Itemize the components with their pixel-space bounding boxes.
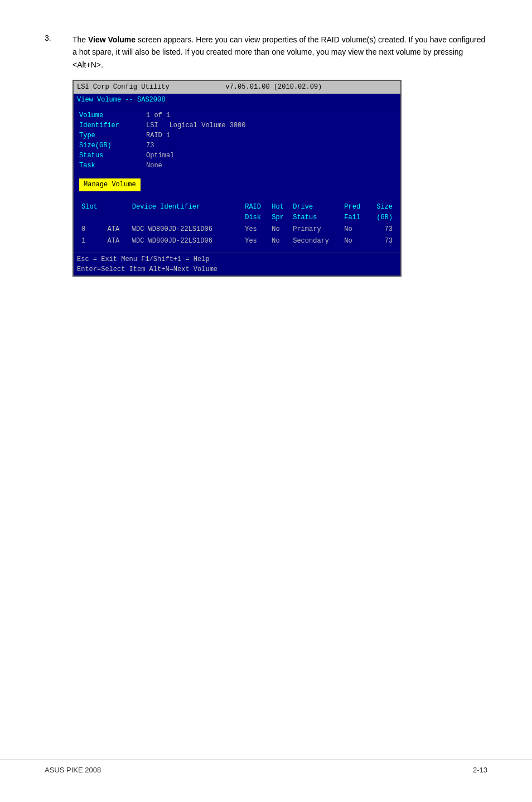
identifier-value: LSI	[146, 120, 158, 131]
task-value: None	[146, 161, 162, 171]
step-text: The View Volume screen appears. Here you…	[72, 33, 487, 277]
volume-value: 1 of 1	[146, 110, 170, 120]
terminal-body: Volume 1 of 1 Identifier LSI Logical Vol…	[74, 107, 400, 251]
type-row: Type RAID 1	[79, 131, 395, 141]
step-text-before-bold: The	[72, 35, 88, 44]
col-header-raid: RAIDDisk	[243, 201, 269, 224]
terminal-title: LSI Corp Config Utility	[77, 83, 170, 91]
step-number: 3.	[45, 33, 61, 277]
volume-row: Volume 1 of 1	[79, 110, 395, 120]
row0-size: 73	[369, 224, 395, 235]
volume-label: Volume	[79, 110, 146, 120]
terminal-screen: LSI Corp Config Utility v7.05.01.00 (201…	[72, 80, 402, 277]
row1-drive: Secondary	[291, 235, 342, 247]
row1-device: WDC WD800JD-22LS1D06	[130, 235, 243, 247]
status-value: Optimal	[146, 151, 174, 161]
row1-size: 73	[369, 235, 395, 247]
disk-table: Slot Device Identifier RAIDDisk HotSpr D…	[79, 201, 395, 248]
terminal-header: LSI Corp Config Utility v7.05.01.00 (201…	[74, 81, 400, 94]
terminal-footer: Esc = Exit Menu F1/Shift+1 = Help Enter=…	[74, 253, 400, 276]
status-row: Status Optimal	[79, 151, 395, 161]
identifier-extra: Logical Volume 3000	[170, 120, 246, 131]
row1-type: ATA	[105, 235, 130, 247]
terminal-version: v7.05.01.00 (2010.02.09)	[225, 83, 322, 91]
terminal-footer-line2: Enter=Select Item Alt+N=Next Volume	[77, 264, 397, 274]
row1-slot: 1	[79, 235, 105, 247]
page-footer: ASUS PIKE 2008 2-13	[0, 760, 532, 780]
row0-type: ATA	[105, 224, 130, 235]
row0-device: WDC WD800JD-22LS1D06	[130, 224, 243, 235]
col-header-size: Size(GB)	[369, 201, 395, 224]
col-header-pred: PredFail	[342, 201, 369, 224]
step-bold-text: View Volume	[88, 35, 136, 44]
footer-left: ASUS PIKE 2008	[45, 766, 101, 774]
task-label: Task	[79, 161, 146, 171]
row0-slot: 0	[79, 224, 105, 235]
row1-hot: No	[269, 235, 291, 247]
col-header-drive: DriveStatus	[291, 201, 342, 224]
row0-raid: Yes	[243, 224, 269, 235]
step-3: 3. The View Volume screen appears. Here …	[45, 33, 487, 277]
terminal-footer-line1: Esc = Exit Menu F1/Shift+1 = Help	[77, 254, 397, 264]
table-row: 1 ATA WDC WD800JD-22LS1D06 Yes No Second…	[79, 235, 395, 247]
col-header-type	[105, 201, 130, 224]
identifier-label: Identifier	[79, 120, 146, 131]
type-value: RAID 1	[146, 131, 170, 141]
row0-hot: No	[269, 224, 291, 235]
manage-volume-button[interactable]: Manage Volume	[79, 178, 141, 191]
footer-right: 2-13	[473, 766, 487, 774]
row1-pred: No	[342, 235, 369, 247]
row0-drive: Primary	[291, 224, 342, 235]
row1-raid: Yes	[243, 235, 269, 247]
type-label: Type	[79, 131, 146, 141]
size-row: Size(GB) 73	[79, 141, 395, 151]
identifier-row: Identifier LSI Logical Volume 3000	[79, 120, 395, 131]
status-label: Status	[79, 151, 146, 161]
size-label: Size(GB)	[79, 141, 146, 151]
size-value: 73	[146, 141, 154, 151]
disk-table-header-row: Slot Device Identifier RAIDDisk HotSpr D…	[79, 201, 395, 224]
col-header-hot: HotSpr	[269, 201, 291, 224]
row0-pred: No	[342, 224, 369, 235]
table-row: 0 ATA WDC WD800JD-22LS1D06 Yes No Primar…	[79, 224, 395, 235]
col-header-slot: Slot	[79, 201, 105, 224]
task-row: Task None	[79, 161, 395, 171]
col-header-device: Device Identifier	[130, 201, 243, 224]
terminal-subheader: View Volume -- SAS2008	[74, 94, 400, 107]
